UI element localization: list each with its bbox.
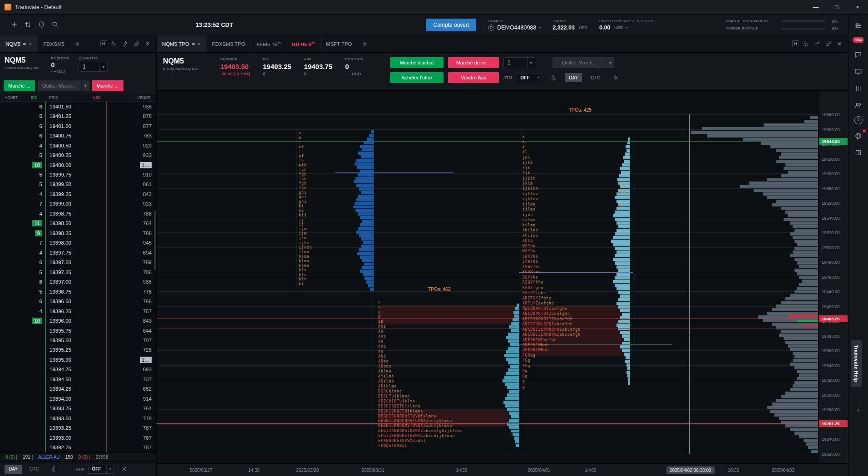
- cell-achet[interactable]: [0, 131, 23, 140]
- cell-ask[interactable]: [87, 258, 106, 267]
- cell-bid[interactable]: [23, 355, 45, 364]
- add-tab-button[interactable]: +: [358, 35, 372, 52]
- chevron-down-icon[interactable]: ▾: [539, 25, 541, 29]
- cell-bid[interactable]: 6: [23, 258, 45, 267]
- dom-ladder-row[interactable]: 719399.00923: [0, 199, 156, 209]
- link-group-button[interactable]: H: [100, 40, 107, 47]
- cell-ask[interactable]: [87, 189, 106, 199]
- cell-ask[interactable]: [87, 238, 106, 248]
- cell-bid[interactable]: 5: [23, 180, 45, 189]
- dom-ladder-row[interactable]: 519396.75778: [0, 287, 156, 296]
- cell-achet[interactable]: [0, 267, 23, 277]
- cell-achet[interactable]: [0, 345, 23, 355]
- gtc-button[interactable]: GTC: [587, 73, 604, 82]
- cell-achet[interactable]: [0, 306, 23, 316]
- cell-ask[interactable]: [87, 219, 106, 228]
- day-button[interactable]: DAY: [5, 465, 22, 474]
- dom-ladder-row[interactable]: 19394.75693: [0, 365, 156, 374]
- cell-ask[interactable]: [87, 413, 106, 423]
- cell-ask[interactable]: [87, 102, 106, 111]
- cell-bid[interactable]: 9: [23, 228, 45, 238]
- cell-bid[interactable]: 7: [23, 199, 45, 209]
- cell-achet[interactable]: [0, 335, 23, 345]
- dom-scrollbar[interactable]: [154, 211, 156, 270]
- cell-ask[interactable]: [87, 423, 106, 432]
- cell-bid[interactable]: 10: [23, 160, 45, 170]
- exit-market-button[interactable]: Quitter March... ▾: [552, 57, 614, 68]
- cell-ask[interactable]: [87, 141, 106, 150]
- cell-ask[interactable]: [87, 345, 106, 355]
- cell-bid[interactable]: [23, 345, 45, 355]
- chart-tab[interactable]: NQM5 TPO×: [157, 35, 207, 52]
- cell-ask[interactable]: [87, 111, 106, 121]
- close-button[interactable]: ×: [847, 0, 868, 15]
- cell-ask[interactable]: [87, 248, 106, 257]
- goto-link[interactable]: ALLER AU: [38, 455, 60, 460]
- chevron-down-icon[interactable]: ▾: [81, 80, 89, 91]
- link-group-button[interactable]: H: [792, 40, 799, 47]
- cell-achet[interactable]: [0, 111, 23, 121]
- gtc-button[interactable]: GTC: [25, 465, 43, 474]
- cell-ask[interactable]: [87, 287, 106, 296]
- dom-ladder-row[interactable]: 619401.00877: [0, 121, 156, 131]
- dom-ladder-row[interactable]: 519399.50861: [0, 180, 156, 189]
- cell-bid[interactable]: 4: [23, 141, 45, 150]
- cell-bid[interactable]: 6: [23, 296, 45, 306]
- exit-market-label[interactable]: Quitter March...: [552, 57, 606, 68]
- notifications-badge[interactable]: 104: [853, 37, 864, 43]
- open-account-button[interactable]: Compte ouvert: [426, 19, 476, 31]
- chart-tab[interactable]: 6EM5 15m: [251, 35, 286, 52]
- gear-icon[interactable]: [108, 39, 118, 49]
- sell-ask-button[interactable]: Vendre Ask: [448, 72, 499, 83]
- chat-icon[interactable]: [853, 49, 864, 60]
- dom-ladder-row[interactable]: 619401.50938: [0, 102, 156, 111]
- dom-ladder-row[interactable]: 519397.25786: [0, 267, 156, 277]
- account-selector[interactable]: D DEMO4480988 ▾: [488, 25, 541, 31]
- popout-icon[interactable]: [131, 39, 141, 49]
- cell-achet[interactable]: [0, 433, 23, 442]
- cell-ask[interactable]: [87, 121, 106, 131]
- cell-achet[interactable]: [0, 199, 23, 209]
- minimize-button[interactable]: —: [805, 0, 826, 15]
- close-icon[interactable]: ×: [834, 39, 844, 49]
- dom-ladder-row[interactable]: 19393.25787: [0, 423, 156, 432]
- cell-achet[interactable]: [0, 296, 23, 306]
- cell-ask[interactable]: [87, 365, 106, 374]
- dom-ladder-row[interactable]: 419396.25757: [0, 306, 156, 316]
- dom-ladder-row[interactable]: 519401.25878: [0, 111, 156, 121]
- dom-ladder-row[interactable]: 19394.50737: [0, 374, 156, 384]
- notifications-bell-icon[interactable]: [35, 18, 48, 32]
- dom-ladder-row[interactable]: 1119398.50764: [0, 219, 156, 228]
- dom-tab[interactable]: FDXSM5: [38, 35, 70, 52]
- cell-ask[interactable]: [87, 267, 106, 277]
- cell-bid[interactable]: 4: [23, 189, 45, 199]
- cell-bid[interactable]: 5: [23, 267, 45, 277]
- cell-achet[interactable]: [0, 170, 23, 179]
- cell-ask[interactable]: [87, 228, 106, 238]
- cell-ask[interactable]: [87, 296, 106, 306]
- cell-bid[interactable]: [23, 326, 45, 335]
- cell-ask[interactable]: [87, 150, 106, 160]
- cell-achet[interactable]: [0, 394, 23, 403]
- chevron-down-icon[interactable]: ▾: [99, 62, 107, 71]
- trend-icon[interactable]: [812, 39, 822, 49]
- chart-tab[interactable]: FDXSM5 TPO: [207, 35, 251, 52]
- cell-ask[interactable]: [87, 277, 106, 286]
- dom-ladder-row[interactable]: 19394.25652: [0, 384, 156, 394]
- cell-bid[interactable]: 5: [23, 150, 45, 160]
- cell-bid[interactable]: 6: [23, 102, 45, 111]
- atm-selector[interactable]: OFF ▾: [88, 465, 113, 474]
- cell-achet[interactable]: [0, 413, 23, 423]
- chart-tab[interactable]: BITH5 5m: [286, 35, 321, 52]
- cell-bid[interactable]: [23, 413, 45, 423]
- cell-ask[interactable]: [87, 180, 106, 189]
- cell-achet[interactable]: [0, 121, 23, 131]
- cell-bid[interactable]: 11: [23, 219, 45, 228]
- cell-bid[interactable]: 5: [23, 287, 45, 296]
- tab-close-icon[interactable]: ×: [29, 41, 32, 47]
- cell-bid[interactable]: [23, 394, 45, 403]
- cell-ask[interactable]: [87, 306, 106, 316]
- cell-achet[interactable]: [0, 423, 23, 432]
- cell-ask[interactable]: [87, 335, 106, 345]
- dom-ladder-row[interactable]: 19395.001…: [0, 355, 156, 364]
